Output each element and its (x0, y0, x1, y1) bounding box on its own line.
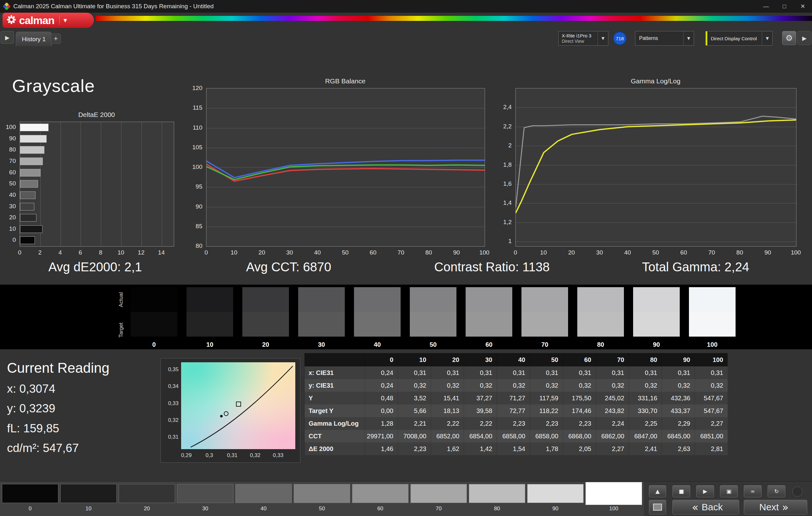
collapse-panel-button[interactable]: ▶ (798, 31, 811, 45)
axis-tick-label: 95 (184, 183, 202, 190)
table-cell: 2,81 (695, 443, 728, 455)
swatch-70: 70 (521, 287, 568, 337)
axis-tick-label: 0,29 (181, 452, 192, 459)
deltae-bar-40 (20, 191, 35, 199)
swatch-level-label: 20 (242, 341, 289, 348)
axis-tick-label: 14 (158, 249, 165, 256)
axis-tick-label: 1,8 (493, 161, 512, 169)
stat-avg-cct: Avg CCT: 6870 (246, 260, 331, 274)
loop-button[interactable]: ∞ (744, 485, 761, 497)
gamma-reference-line (516, 116, 796, 207)
meter-name: X-Rite i1Pro 3 (562, 33, 591, 38)
red-balance-line (206, 164, 485, 181)
deltae-bar-10 (20, 225, 42, 233)
calman-window: Calman 2025 Calman Ultimate for Business… (0, 0, 812, 516)
axis-tick-label: 60 (680, 249, 687, 256)
pattern-patch-20[interactable] (119, 484, 175, 503)
swatch-actual (466, 287, 512, 312)
settings-gear-button[interactable]: ⚙ (782, 31, 796, 45)
calman-logo-button[interactable]: calman ▼ (3, 13, 94, 28)
table-cell: 2,27 (596, 443, 629, 455)
target-row-label: Target (118, 318, 125, 342)
table-cell: 2,23 (497, 417, 530, 430)
add-tab-button[interactable]: + (51, 34, 61, 44)
table-row-label: Target Y (304, 404, 365, 417)
axis-tick-label: 100 (184, 163, 202, 171)
axis-tick-label: 105 (184, 144, 202, 151)
pattern-patch-90[interactable] (527, 484, 584, 503)
axis-tick-label: 40 (314, 249, 321, 256)
table-cell: 2,23 (398, 443, 431, 455)
table-cell: 0,31 (596, 366, 629, 379)
axis-tick-label: 8 (99, 249, 103, 256)
deltae-bar-20 (20, 214, 36, 221)
meter-dropdown[interactable]: X-Rite i1Pro 3 Direct View ▼ (558, 31, 608, 45)
table-cell: 2,24 (596, 417, 629, 430)
logo-dropdown-arrow[interactable]: ▼ (63, 18, 67, 23)
back-button[interactable]: « Back (672, 500, 739, 514)
tab-history-1[interactable]: History 1 (16, 32, 52, 46)
current-reading-title: Current Reading (7, 360, 110, 376)
table-cell: 29971,00 (365, 430, 398, 443)
display-control-dropdown[interactable]: Direct Display Control ▼ (705, 31, 773, 45)
axis-tick-label: 50 (342, 249, 349, 256)
table-column-header: 30 (464, 353, 497, 366)
pattern-patch-0[interactable] (2, 484, 58, 503)
next-button[interactable]: Next » (744, 500, 807, 514)
play-button[interactable]: ▶ (696, 485, 714, 497)
table-cell: 0,32 (497, 379, 530, 392)
display-control-dropdown-arrow[interactable]: ▼ (762, 31, 772, 45)
pattern-patch-30[interactable] (177, 484, 233, 503)
grid-line (162, 122, 162, 246)
table-column-header: 40 (497, 353, 530, 366)
stop-button[interactable]: ■ (672, 485, 690, 497)
refresh-button[interactable]: ↻ (767, 485, 785, 497)
axis-tick-label: 0,33 (273, 452, 283, 459)
table-cell: 5,66 (398, 404, 431, 417)
axis-tick-label: 70 (0, 157, 16, 165)
table-column-header: 50 (530, 353, 563, 366)
eject-button[interactable]: ▲ (649, 485, 666, 497)
patterns-dropdown[interactable]: Patterns ▼ (635, 31, 694, 45)
deltae-bar-80 (20, 146, 45, 154)
display-control-indicator (706, 31, 707, 45)
axis-tick-label: 100 (791, 249, 801, 256)
table-column-header: 0 (365, 353, 398, 366)
meter-dropdown-arrow[interactable]: ▼ (598, 31, 608, 45)
screen-button[interactable] (649, 500, 666, 514)
window-title: Calman 2025 Calman Ultimate for Business… (13, 3, 214, 10)
pattern-patch-100[interactable] (585, 482, 642, 505)
pattern-patch-50[interactable] (294, 484, 350, 503)
pattern-patch-80[interactable] (469, 484, 525, 503)
close-button[interactable]: ✕ (793, 0, 812, 13)
deltae-x-axis: 02468101214 (20, 248, 174, 257)
axis-tick-label: 80 (184, 242, 202, 250)
nav-arrow-button[interactable]: ▶ (1, 31, 14, 44)
patterns-dropdown-arrow[interactable]: ▼ (683, 31, 694, 45)
cie-chart-panel: 0,350,340,330,320,31 0,290,30,310,320,33 (161, 358, 300, 463)
pattern-window-button[interactable]: ▣ (720, 485, 738, 497)
swatch-actual (521, 287, 568, 312)
pattern-patch-10[interactable] (60, 484, 117, 503)
table-cell: 6852,00 (431, 430, 464, 443)
axis-tick-label: 10 (118, 249, 124, 256)
table-header-corner (304, 353, 365, 366)
minimize-button[interactable]: — (757, 0, 775, 13)
table-cell: 0,31 (398, 366, 431, 379)
table-cell: 0,32 (629, 379, 662, 392)
pattern-patch-40[interactable] (235, 484, 292, 503)
table-cell: 6847,00 (629, 430, 662, 443)
axis-tick-label: 4 (58, 249, 62, 256)
axis-tick-label: 0 (18, 249, 22, 256)
swatch-actual (298, 287, 345, 312)
axis-tick-label: 0 (205, 249, 208, 256)
pattern-patch-label: 10 (60, 506, 117, 512)
table-cell: 3,52 (398, 392, 431, 404)
maximize-button[interactable]: □ (775, 0, 793, 13)
reading-fl: fL: 159,85 (7, 422, 59, 435)
pattern-patch-70[interactable] (410, 484, 467, 503)
table-cell: 15,41 (431, 392, 464, 404)
spectrum-bar (96, 16, 812, 21)
pattern-patch-60[interactable] (352, 484, 409, 503)
table-cell: 117,59 (530, 392, 563, 404)
